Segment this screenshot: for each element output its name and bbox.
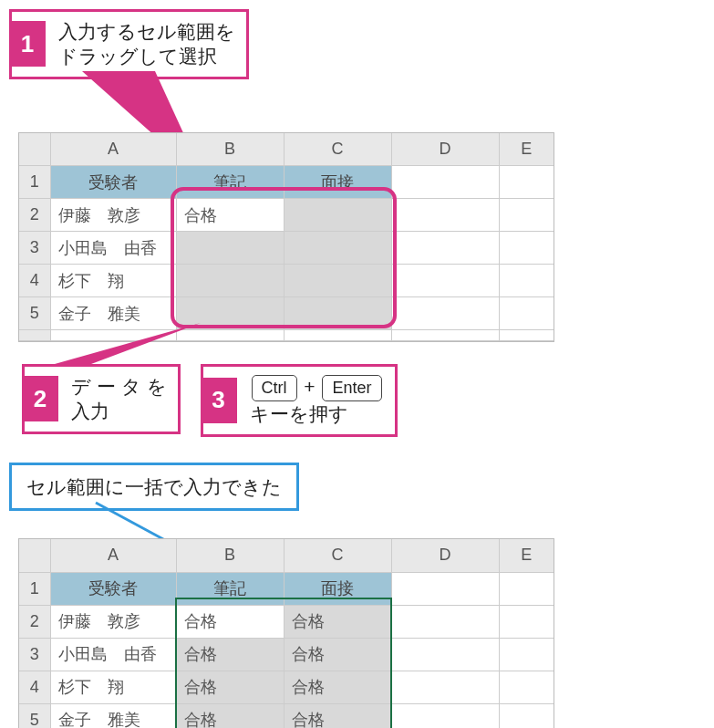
cell[interactable] [50, 330, 176, 341]
cell[interactable]: 杉下 翔 [50, 265, 176, 297]
step-text: Ctrl + Enter キーを押す [250, 374, 384, 427]
cell[interactable]: 杉下 翔 [50, 671, 176, 703]
col-header-B[interactable]: B [176, 133, 284, 166]
col-header-E[interactable]: E [499, 133, 554, 166]
cell[interactable] [284, 199, 391, 232]
select-all-corner[interactable] [19, 133, 50, 166]
cell[interactable]: 合格 [176, 605, 284, 638]
cell[interactable] [499, 572, 554, 605]
cell[interactable]: 金子 雅美 [50, 703, 176, 728]
callout-step-3: 3 Ctrl + Enter キーを押す [201, 364, 398, 437]
callout-step-1: 1 入力するセル範囲を ドラッグして選択 [9, 9, 249, 79]
col-header-C[interactable]: C [284, 133, 391, 166]
callout-step-2: 2 デ ー タ を 入力 [22, 364, 181, 434]
cell[interactable] [499, 703, 554, 728]
row-header-4[interactable]: 4 [19, 265, 50, 297]
cell[interactable] [176, 297, 284, 330]
result-text: セル範囲に一括で入力できた [26, 474, 282, 499]
col-header-D[interactable]: D [391, 133, 499, 166]
col-header-E[interactable]: E [499, 539, 554, 572]
cell[interactable] [499, 166, 554, 199]
cell[interactable] [391, 232, 499, 265]
cell[interactable] [391, 166, 499, 199]
row-header-3[interactable]: 3 [19, 638, 50, 671]
cell[interactable] [176, 330, 284, 341]
cell[interactable]: 受験者 [50, 572, 176, 605]
cell[interactable]: 合格 [284, 703, 391, 728]
col-header-B[interactable]: B [176, 539, 284, 572]
col-header-A[interactable]: A [50, 539, 176, 572]
cell[interactable]: 伊藤 敦彦 [50, 199, 176, 232]
callout-result: セル範囲に一括で入力できた [9, 463, 299, 511]
cell[interactable] [499, 265, 554, 297]
col-header-C[interactable]: C [284, 539, 391, 572]
step-number: 3 [201, 378, 237, 423]
cell[interactable] [284, 297, 391, 330]
cell[interactable]: 伊藤 敦彦 [50, 605, 176, 638]
cell[interactable] [391, 703, 499, 728]
cell[interactable] [391, 265, 499, 297]
cell[interactable]: 合格 [284, 671, 391, 703]
cell[interactable]: 合格 [284, 638, 391, 671]
select-all-corner[interactable] [19, 539, 50, 572]
cell[interactable]: 合格 [176, 671, 284, 703]
cell[interactable]: 小田島 由香 [50, 638, 176, 671]
cell[interactable] [499, 199, 554, 232]
spreadsheet-after: A B C D E 1 受験者 筆記 面接 2 伊藤 敦彦 合格 合格 [18, 531, 554, 728]
cell[interactable]: 筆記 [176, 166, 284, 199]
cell[interactable]: 受験者 [50, 166, 176, 199]
cell[interactable]: 合格 [176, 703, 284, 728]
row-header-1[interactable]: 1 [19, 572, 50, 605]
cell[interactable] [391, 572, 499, 605]
cell[interactable] [391, 199, 499, 232]
row-header-5[interactable]: 5 [19, 703, 50, 728]
cell[interactable] [284, 265, 391, 297]
cell[interactable]: 合格 [176, 199, 284, 232]
cell[interactable]: 筆記 [176, 572, 284, 605]
row-header-1[interactable]: 1 [19, 166, 50, 199]
cell[interactable] [284, 330, 391, 341]
cell[interactable] [176, 232, 284, 265]
cell[interactable] [284, 232, 391, 265]
row-header-2[interactable]: 2 [19, 199, 50, 232]
cell[interactable] [391, 605, 499, 638]
step-text: 入力するセル範囲を ドラッグして選択 [58, 19, 235, 69]
cell[interactable] [499, 232, 554, 265]
key-ctrl: Ctrl [252, 375, 297, 401]
cell[interactable] [499, 330, 554, 341]
col-header-D[interactable]: D [391, 539, 499, 572]
cell[interactable] [391, 671, 499, 703]
cell[interactable]: 面接 [284, 572, 391, 605]
cell[interactable] [499, 297, 554, 330]
cell[interactable]: 合格 [284, 605, 391, 638]
step-number: 1 [9, 21, 46, 67]
row-header-4[interactable]: 4 [19, 671, 50, 703]
cell[interactable] [176, 265, 284, 297]
cell[interactable] [499, 638, 554, 671]
cell[interactable]: 合格 [176, 638, 284, 671]
cell[interactable]: 面接 [284, 166, 391, 199]
row-header-2[interactable]: 2 [19, 605, 50, 638]
cell[interactable] [391, 330, 499, 341]
spreadsheet-before: A B C D E 1 受験者 筆記 面接 2 伊藤 敦彦 合格 [18, 125, 554, 347]
cell[interactable]: 小田島 由香 [50, 232, 176, 265]
cell[interactable]: 金子 雅美 [50, 297, 176, 330]
row-header-5[interactable]: 5 [19, 297, 50, 330]
row-header-6[interactable] [19, 330, 50, 341]
cell[interactable] [391, 638, 499, 671]
cell[interactable] [391, 297, 499, 330]
step-text: デ ー タ を 入力 [71, 374, 167, 424]
cell[interactable] [499, 605, 554, 638]
row-header-3[interactable]: 3 [19, 232, 50, 265]
col-header-A[interactable]: A [50, 133, 176, 166]
key-enter: Enter [322, 375, 381, 401]
step-number: 2 [22, 376, 58, 421]
cell[interactable] [499, 671, 554, 703]
